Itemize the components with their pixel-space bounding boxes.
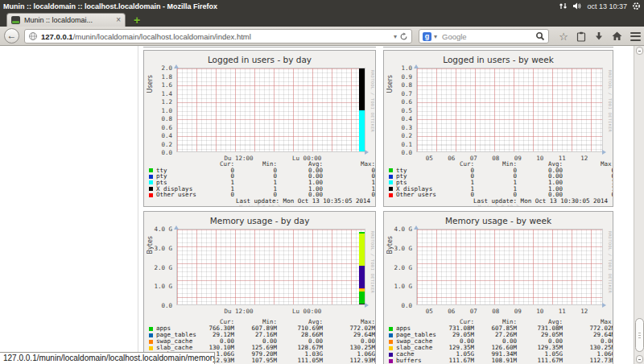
legend-color-swatch [389,180,393,184]
y-tick-label: 0.0 [401,302,412,309]
url-text[interactable]: 127.0.0.1/munin/localdomain/localhost.lo… [41,32,391,41]
scrollbar-up-button[interactable] [636,47,643,55]
plot-area [416,68,603,152]
chart-title: Logged in users - by week [384,55,613,64]
y-tick-label: 2.0 [161,64,172,72]
x-tick-label: Lu 00:00 [292,308,321,315]
chart-memory-usage-day[interactable]: Memory usage - by day RRDTOOL / TOBI OET… [143,211,376,364]
tab-munin[interactable]: Munin :: localdomai... × [6,13,126,27]
legend-color-swatch [149,187,153,191]
chart-legend: Cur:Min:Avg:Max:apps731.08M607.85M731.08… [389,319,608,364]
chart-logged-in-users-week[interactable]: Logged in users - by week RRDTOOL / TOBI… [383,50,613,207]
globe-icon[interactable] [28,31,38,41]
legend-color-swatch [149,168,153,172]
x-tick-label: 09 [514,308,522,315]
legend-color-swatch [389,359,393,363]
legend-header-row: Cur:Min:Avg:Max: [149,161,370,168]
new-tab-button[interactable]: + [134,14,140,27]
scrollbar-down-button[interactable] [636,355,643,363]
google-favicon[interactable]: g [423,32,431,41]
x-tick-label: 11 [559,308,566,315]
series-segment-cache [359,266,365,287]
search-engine-dropdown-icon[interactable]: ▾ [434,33,437,40]
toolbar-icons: ☆ [559,27,641,46]
y-tick-label: 0.1 [401,140,412,147]
legend-color-swatch [389,333,393,337]
back-button[interactable]: ← [4,28,19,43]
search-magnifier-icon[interactable] [535,31,545,41]
y-tick-label: 0.8 [401,81,412,89]
page-content: Logged in users - by day RRDTOOL / TOBI … [0,46,644,364]
legend-row: tty000.000 [389,168,608,174]
clock[interactable]: oct 13 10:37 [587,2,627,10]
x-axis-ticks: 0506070809101112 [416,308,603,315]
legend-color-swatch [389,168,393,172]
chart-legend: Cur:Min:Avg:Max:tty000.000pty000.000pts1… [389,161,608,198]
rrdtool-credit: RRDTOOL / TOBI OETIKER [608,70,613,132]
y-tick-label: 1.4 [161,89,172,97]
y-tick-label: 1.0 [161,106,172,114]
y-tick-label: 0.0 [161,302,172,309]
chart-title: Logged in users - by day [144,55,375,64]
legend-color-swatch [149,193,153,197]
url-bar[interactable]: 127.0.0.1/munin/localdomain/localhost.lo… [24,29,412,43]
plot-area [416,229,603,305]
legend-color-swatch [149,333,153,337]
series-segment-X displays [359,68,365,110]
legend-row: tty000.000 [149,168,370,174]
series-segment-swap_cache [359,288,365,290]
y-tick-label: 0.7 [401,89,412,97]
scrollbar-thumb[interactable] [635,318,644,352]
url-dropdown-icon[interactable]: ▾ [394,33,397,40]
y-tick-label: 0.8 [161,115,172,122]
tab-title: Munin :: localdomai... [24,16,112,24]
x-tick-label: 08 [492,308,499,315]
home-icon[interactable] [612,31,622,41]
bookmark-star-icon[interactable]: ☆ [559,31,568,42]
volume-icon[interactable] [572,2,582,10]
search-input[interactable]: Google [442,32,535,41]
chart-logged-in-users-day[interactable]: Logged in users - by day RRDTOOL / TOBI … [143,50,376,207]
rrdtool-credit: RRDTOOL / TOBI OETIKER [370,70,375,132]
rrdtool-credit: RRDTOOL / TOBI OETIKER [370,231,375,293]
legend-color-swatch [389,193,393,197]
x-tick-label: 12 [580,308,588,315]
y-tick-label: 0.4 [401,115,412,122]
search-bar[interactable]: g ▾ Google [419,29,549,43]
bookmarks-clipboard-icon[interactable] [576,31,586,42]
page-column-divider [138,46,138,364]
chart-legend: Cur:Min:Avg:Max:tty000.000pty000.000pts1… [149,161,370,198]
y-tick-label: 0.2 [161,140,172,147]
reload-icon[interactable] [399,32,408,41]
munin-favicon [11,16,20,24]
url-path: /munin/localdomain/localhost.localdomain… [73,32,251,41]
legend-color-swatch [149,175,153,179]
chart-memory-usage-week[interactable]: Memory usage - by week RRDTOOL / TOBI OE… [383,211,613,364]
session-gear-icon[interactable] [632,2,641,10]
window-titlebar: Munin :: localdomain :: localhost.locald… [0,0,644,12]
legend-header-row: Cur:Min:Avg:Max: [389,161,608,168]
link-status-tooltip: 127.0.0.1/munin/localdomain/localhost.lo… [0,352,215,364]
y-tick-label: 0.2 [401,132,412,139]
menu-icon[interactable] [630,32,641,41]
legend-color-swatch [149,340,153,344]
page-scrollbar[interactable] [634,46,644,364]
y-tick-label: 0.6 [401,98,412,105]
series-segment-pts [359,110,365,152]
x-axis-ticks: Du 12:00Lu 00:00 [176,308,365,315]
tab-close-icon[interactable]: × [116,16,121,24]
system-tray: oct 13 10:37 [559,0,641,12]
tab-bar: Munin :: localdomai... × + [0,12,644,27]
y-tick-label: 3.0 G [394,244,412,251]
y-tick-label: 1.6 [161,81,172,89]
y-axis-ticks: 0.01.0 G2.0 G3.0 G4.0 G [144,229,174,305]
network-icon[interactable] [559,2,568,10]
y-tick-label: 1.2 [161,98,172,105]
y-tick-label: 1.8 [161,72,172,80]
y-tick-label: 3.0 G [154,244,172,251]
y-tick-label: 0.0 [161,149,172,156]
y-tick-label: 0.0 [401,149,412,156]
y-axis-ticks: 0.00.20.40.60.81.01.21.41.61.82.0 [144,68,174,152]
x-tick-label: 05 [426,308,433,315]
downloads-icon[interactable] [594,31,604,41]
